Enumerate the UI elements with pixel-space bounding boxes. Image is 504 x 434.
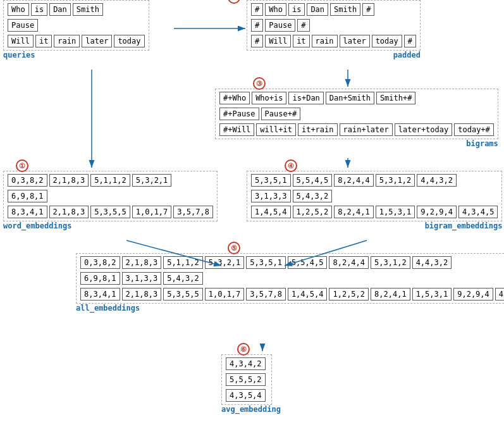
padded-section: ② #WhoisDanSmith# #Pause# #Willitrainlat…	[247, 0, 421, 59]
all-embeddings-box: 0,3,8,22,1,8,35,1,1,25,3,2,15,3,5,15,5,4…	[76, 253, 504, 304]
token: is	[31, 3, 47, 16]
avg-emb-row-3: 4,3,5,4	[226, 389, 267, 402]
token: 5,3,5,5	[90, 206, 130, 218]
queries-section: WhoisDanSmith Pause Willitrainlatertoday…	[3, 0, 149, 59]
token: is+Dan	[288, 92, 323, 104]
step-3-circle: ③	[253, 77, 266, 90]
token: 2,1,8,3	[122, 288, 162, 301]
step-6-circle: ⑥	[237, 343, 250, 356]
token: Will	[265, 35, 291, 47]
token: Smith	[330, 3, 360, 16]
bigram-embeddings-section: ④ 5,3,5,15,5,4,58,2,4,45,3,1,24,4,3,2 3,…	[247, 171, 502, 230]
token: 5,5,4,5	[288, 256, 328, 269]
token: 5,1,1,2	[163, 256, 203, 269]
token: 9,2,9,4	[417, 206, 457, 218]
bigrams-row-3: #+Willwill+itit+rainrain+laterlater+toda…	[219, 123, 494, 136]
token: 1,2,5,2	[293, 206, 333, 218]
token: later+today	[395, 123, 452, 136]
step-5-circle: ⑤	[228, 242, 240, 254]
token: #	[251, 35, 263, 47]
bigram-emb-row-3: 1,4,5,41,2,5,28,2,4,11,5,3,19,2,9,44,3,4…	[251, 206, 498, 218]
token: 5,3,2,1	[205, 256, 245, 269]
all-embeddings-section: ⑤ 0,3,8,22,1,8,35,1,1,25,3,2,15,3,5,15,5…	[76, 253, 504, 313]
token: 1,4,5,4	[288, 288, 328, 301]
token: 5,5,5,2	[226, 373, 266, 386]
token: 5,3,5,1	[246, 256, 286, 269]
avg-embedding-section: ⑥ 4,3,4,2 5,5,5,2 4,3,5,4 avg_embedding	[221, 354, 281, 414]
query-row-2: Pause	[8, 19, 145, 32]
avg-emb-row-2: 5,5,5,2	[226, 373, 267, 386]
word-emb-row-2: 6,9,8,1	[8, 190, 213, 202]
bigrams-label: bigrams	[215, 139, 498, 148]
bigram-embeddings-box: 5,3,5,15,5,4,58,2,4,45,3,1,24,4,3,2 3,1,…	[247, 171, 502, 221]
token: later	[82, 35, 112, 47]
word-emb-row-1: 0,3,8,22,1,8,35,1,1,25,3,2,1	[8, 174, 213, 187]
token: #+Who	[219, 92, 250, 104]
all-embeddings-label: all_embeddings	[76, 304, 504, 313]
token: 5,4,3,2	[293, 190, 333, 202]
token: #	[251, 3, 263, 16]
token: 5,1,1,2	[90, 174, 130, 187]
token: rain	[312, 35, 338, 47]
all-emb-row-3: 8,3,4,12,1,8,35,3,5,51,0,1,73,5,7,81,4,5…	[80, 288, 504, 301]
token: 6,9,8,1	[8, 190, 47, 202]
token: #	[297, 19, 309, 32]
padded-row-3: #Willitrainlatertoday#	[251, 35, 416, 47]
padded-row-2: #Pause#	[251, 19, 416, 32]
token: 5,3,5,1	[251, 174, 291, 187]
padded-box: #WhoisDanSmith# #Pause# #Willitrainlater…	[247, 0, 421, 51]
token: 8,3,4,1	[8, 206, 47, 218]
token: 5,3,2,1	[132, 174, 172, 187]
token: is	[288, 3, 305, 16]
queries-label: queries	[3, 51, 149, 59]
token: Smith	[73, 3, 103, 16]
bigrams-row-1: #+WhoWho+isis+DanDan+SmithSmith+#	[219, 92, 494, 104]
avg-embedding-label: avg_embedding	[221, 405, 281, 414]
token: 2,1,8,3	[122, 256, 162, 269]
token: Who+is	[252, 92, 286, 104]
token: today	[372, 35, 402, 47]
token: 2,1,8,3	[49, 174, 89, 187]
token: Who	[265, 3, 286, 16]
token: 4,3,5,4	[226, 389, 266, 402]
token: 8,2,4,1	[334, 206, 374, 218]
step-4-circle: ④	[285, 159, 297, 172]
token: will+it	[256, 123, 296, 136]
bigrams-section: ③ #+WhoWho+isis+DanDan+SmithSmith+# #+Pa…	[215, 89, 498, 148]
token: 1,4,5,4	[251, 206, 291, 218]
token: #	[251, 19, 263, 32]
token: Dan	[49, 3, 71, 16]
token: #+Pause	[219, 108, 259, 120]
token: rain	[54, 35, 80, 47]
token: 4,3,4,2	[226, 357, 266, 370]
token: 1,2,5,2	[329, 288, 369, 301]
token: Pause	[8, 19, 38, 32]
token: 4,3,4,5	[495, 288, 504, 301]
token: 8,2,4,4	[334, 174, 374, 187]
token: Will	[8, 35, 34, 47]
token: today+#	[454, 123, 494, 136]
bigram-emb-row-1: 5,3,5,15,5,4,58,2,4,45,3,1,24,4,3,2	[251, 174, 498, 187]
bigrams-box: #+WhoWho+isis+DanDan+SmithSmith+# #+Paus…	[215, 89, 498, 139]
token: 5,3,1,2	[376, 174, 415, 187]
token: 1,5,3,1	[412, 288, 452, 301]
word-embeddings-label: word_embeddings	[3, 221, 218, 230]
token: 1,0,1,7	[132, 206, 172, 218]
query-row-3: Willitrainlatertoday	[8, 35, 145, 47]
word-embeddings-section: ① 0,3,8,22,1,8,35,1,1,25,3,2,1 6,9,8,1 8…	[3, 171, 218, 230]
token: #	[362, 3, 374, 16]
token: it	[293, 35, 309, 47]
token: 8,3,4,1	[80, 288, 120, 301]
query-row-1: WhoisDanSmith	[8, 3, 145, 16]
token: 8,2,4,1	[371, 288, 410, 301]
word-embeddings-box: 0,3,8,22,1,8,35,1,1,25,3,2,1 6,9,8,1 8,3…	[3, 171, 218, 221]
token: 3,5,7,8	[246, 288, 286, 301]
token: it+rain	[298, 123, 338, 136]
padded-row-1: #WhoisDanSmith#	[251, 3, 416, 16]
token: 5,4,3,2	[163, 272, 203, 285]
queries-box: WhoisDanSmith Pause Willitrainlatertoday	[3, 0, 149, 51]
token: Dan+Smith	[326, 92, 374, 104]
all-emb-row-2: 6,9,8,13,1,3,35,4,3,2	[80, 272, 504, 285]
step-1-circle: ①	[16, 159, 28, 172]
token: 9,2,9,4	[453, 288, 493, 301]
